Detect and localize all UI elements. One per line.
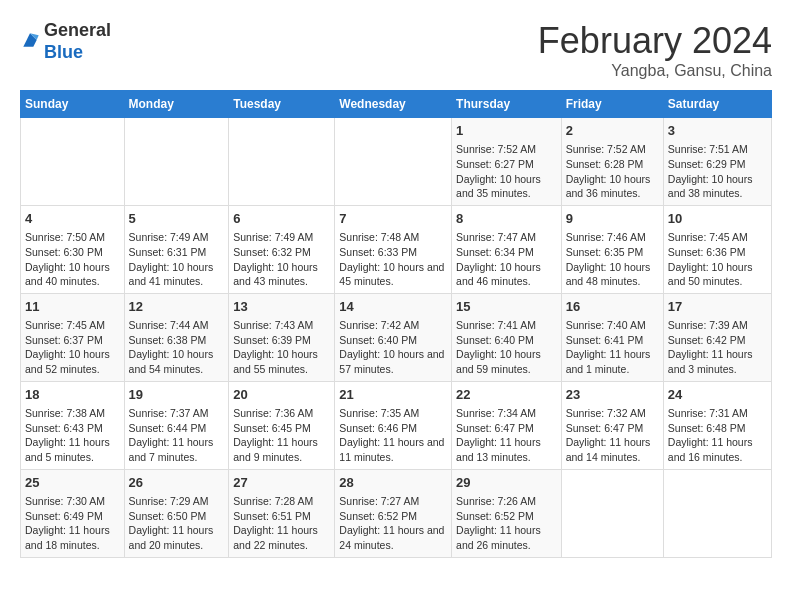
day-info-line: Daylight: 10 hours and 35 minutes. (456, 172, 557, 201)
day-info-line: Daylight: 10 hours and 40 minutes. (25, 260, 120, 289)
day-info-line: Daylight: 10 hours and 45 minutes. (339, 260, 447, 289)
day-info-line: Sunrise: 7:52 AM (456, 142, 557, 157)
calendar-cell: 28Sunrise: 7:27 AMSunset: 6:52 PMDayligh… (335, 469, 452, 557)
calendar-cell (21, 118, 125, 206)
day-number: 2 (566, 122, 659, 140)
day-number: 6 (233, 210, 330, 228)
day-info-line: Sunset: 6:50 PM (129, 509, 225, 524)
day-number: 29 (456, 474, 557, 492)
day-info-line: Sunset: 6:37 PM (25, 333, 120, 348)
day-info-line: Sunrise: 7:32 AM (566, 406, 659, 421)
calendar-cell: 17Sunrise: 7:39 AMSunset: 6:42 PMDayligh… (663, 293, 771, 381)
day-info-line: Sunrise: 7:35 AM (339, 406, 447, 421)
weekday-header-thursday: Thursday (452, 91, 562, 118)
day-info-line: Sunset: 6:49 PM (25, 509, 120, 524)
day-number: 9 (566, 210, 659, 228)
day-info-line: Sunrise: 7:31 AM (668, 406, 767, 421)
day-info-line: Sunrise: 7:38 AM (25, 406, 120, 421)
calendar-cell (561, 469, 663, 557)
calendar-cell: 21Sunrise: 7:35 AMSunset: 6:46 PMDayligh… (335, 381, 452, 469)
day-info-line: Sunset: 6:47 PM (566, 421, 659, 436)
calendar-cell: 6Sunrise: 7:49 AMSunset: 6:32 PMDaylight… (229, 205, 335, 293)
day-number: 20 (233, 386, 330, 404)
week-row-4: 18Sunrise: 7:38 AMSunset: 6:43 PMDayligh… (21, 381, 772, 469)
day-info-line: Sunrise: 7:28 AM (233, 494, 330, 509)
day-info-line: Sunset: 6:33 PM (339, 245, 447, 260)
logo-icon (20, 30, 40, 50)
logo-text: General Blue (44, 20, 111, 63)
calendar-cell: 25Sunrise: 7:30 AMSunset: 6:49 PMDayligh… (21, 469, 125, 557)
day-info-line: Sunrise: 7:30 AM (25, 494, 120, 509)
location-title: Yangba, Gansu, China (538, 62, 772, 80)
day-info-line: Sunset: 6:30 PM (25, 245, 120, 260)
calendar-cell: 10Sunrise: 7:45 AMSunset: 6:36 PMDayligh… (663, 205, 771, 293)
calendar-cell: 5Sunrise: 7:49 AMSunset: 6:31 PMDaylight… (124, 205, 229, 293)
day-number: 13 (233, 298, 330, 316)
day-info-line: Sunset: 6:28 PM (566, 157, 659, 172)
logo-general-text: General (44, 20, 111, 42)
day-number: 28 (339, 474, 447, 492)
week-row-3: 11Sunrise: 7:45 AMSunset: 6:37 PMDayligh… (21, 293, 772, 381)
day-info-line: Daylight: 11 hours and 24 minutes. (339, 523, 447, 552)
day-info-line: Sunset: 6:52 PM (456, 509, 557, 524)
weekday-header-monday: Monday (124, 91, 229, 118)
day-info-line: Sunset: 6:34 PM (456, 245, 557, 260)
week-row-2: 4Sunrise: 7:50 AMSunset: 6:30 PMDaylight… (21, 205, 772, 293)
day-number: 1 (456, 122, 557, 140)
day-number: 26 (129, 474, 225, 492)
day-info-line: Daylight: 10 hours and 54 minutes. (129, 347, 225, 376)
calendar-cell: 4Sunrise: 7:50 AMSunset: 6:30 PMDaylight… (21, 205, 125, 293)
day-info-line: Daylight: 11 hours and 1 minute. (566, 347, 659, 376)
day-info-line: Daylight: 11 hours and 20 minutes. (129, 523, 225, 552)
day-info-line: Daylight: 11 hours and 16 minutes. (668, 435, 767, 464)
day-number: 12 (129, 298, 225, 316)
day-info-line: Daylight: 11 hours and 26 minutes. (456, 523, 557, 552)
day-info-line: Sunrise: 7:26 AM (456, 494, 557, 509)
day-info-line: Sunrise: 7:34 AM (456, 406, 557, 421)
day-info-line: Sunset: 6:31 PM (129, 245, 225, 260)
calendar-cell: 20Sunrise: 7:36 AMSunset: 6:45 PMDayligh… (229, 381, 335, 469)
calendar-cell (229, 118, 335, 206)
day-number: 15 (456, 298, 557, 316)
day-info-line: Sunrise: 7:36 AM (233, 406, 330, 421)
day-info-line: Sunrise: 7:37 AM (129, 406, 225, 421)
day-info-line: Sunrise: 7:41 AM (456, 318, 557, 333)
week-row-5: 25Sunrise: 7:30 AMSunset: 6:49 PMDayligh… (21, 469, 772, 557)
logo-blue-text: Blue (44, 42, 111, 64)
day-info-line: Sunset: 6:32 PM (233, 245, 330, 260)
calendar-cell: 8Sunrise: 7:47 AMSunset: 6:34 PMDaylight… (452, 205, 562, 293)
day-info-line: Sunset: 6:38 PM (129, 333, 225, 348)
month-title: February 2024 (538, 20, 772, 62)
day-info-line: Sunrise: 7:46 AM (566, 230, 659, 245)
day-info-line: Sunset: 6:40 PM (339, 333, 447, 348)
day-number: 25 (25, 474, 120, 492)
calendar-cell: 7Sunrise: 7:48 AMSunset: 6:33 PMDaylight… (335, 205, 452, 293)
calendar-table: SundayMondayTuesdayWednesdayThursdayFrid… (20, 90, 772, 558)
calendar-cell: 13Sunrise: 7:43 AMSunset: 6:39 PMDayligh… (229, 293, 335, 381)
day-number: 4 (25, 210, 120, 228)
day-info-line: Sunset: 6:44 PM (129, 421, 225, 436)
calendar-cell: 24Sunrise: 7:31 AMSunset: 6:48 PMDayligh… (663, 381, 771, 469)
day-number: 18 (25, 386, 120, 404)
calendar-cell: 14Sunrise: 7:42 AMSunset: 6:40 PMDayligh… (335, 293, 452, 381)
calendar-cell: 9Sunrise: 7:46 AMSunset: 6:35 PMDaylight… (561, 205, 663, 293)
day-info-line: Daylight: 10 hours and 52 minutes. (25, 347, 120, 376)
day-number: 11 (25, 298, 120, 316)
day-info-line: Sunset: 6:29 PM (668, 157, 767, 172)
day-info-line: Daylight: 11 hours and 13 minutes. (456, 435, 557, 464)
day-info-line: Sunset: 6:36 PM (668, 245, 767, 260)
day-info-line: Daylight: 11 hours and 9 minutes. (233, 435, 330, 464)
day-info-line: Sunrise: 7:48 AM (339, 230, 447, 245)
calendar-cell: 12Sunrise: 7:44 AMSunset: 6:38 PMDayligh… (124, 293, 229, 381)
day-info-line: Sunrise: 7:45 AM (25, 318, 120, 333)
day-info-line: Sunrise: 7:29 AM (129, 494, 225, 509)
day-info-line: Sunrise: 7:39 AM (668, 318, 767, 333)
day-info-line: Sunrise: 7:45 AM (668, 230, 767, 245)
day-info-line: Sunrise: 7:49 AM (233, 230, 330, 245)
day-info-line: Daylight: 10 hours and 55 minutes. (233, 347, 330, 376)
day-number: 5 (129, 210, 225, 228)
calendar-cell: 16Sunrise: 7:40 AMSunset: 6:41 PMDayligh… (561, 293, 663, 381)
weekday-header-saturday: Saturday (663, 91, 771, 118)
day-info-line: Daylight: 11 hours and 5 minutes. (25, 435, 120, 464)
day-info-line: Daylight: 10 hours and 50 minutes. (668, 260, 767, 289)
